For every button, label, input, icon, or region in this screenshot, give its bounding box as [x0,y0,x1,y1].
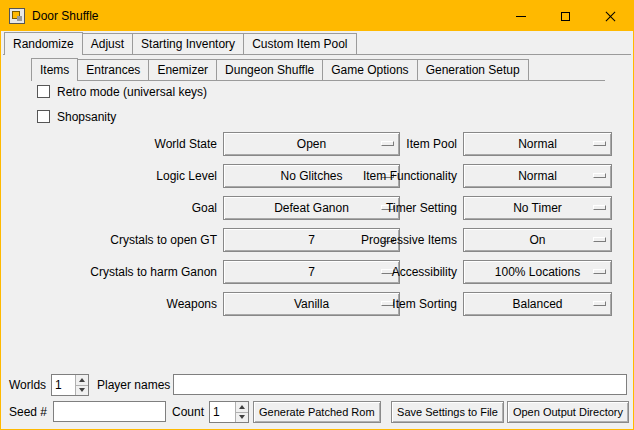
retro-mode-checkbox-row[interactable]: Retro mode (universal keys) [37,84,207,99]
item-functionality-label: Item Functionality [301,164,457,188]
progressive-items-value: On [529,233,545,247]
accessibility-value: 100% Locations [495,265,580,279]
logic-level-label: Logic Level [31,164,217,188]
tab-items[interactable]: Items [31,58,78,81]
item-pool-dropdown[interactable]: Normal [463,132,612,156]
worlds-spinbox[interactable]: 1 [51,374,89,396]
accessibility-label: Accessibility [301,260,457,284]
retro-mode-checkbox[interactable] [37,85,50,98]
chevron-down-icon [239,415,245,419]
timer-setting-label: Timer Setting [301,196,457,220]
worlds-spin-up[interactable] [76,375,88,385]
minimize-button[interactable] [498,1,543,31]
chevron-up-icon [239,405,245,409]
dropdown-indicator-icon [593,173,606,178]
count-label: Count [172,401,204,423]
count-spin-down[interactable] [236,412,248,423]
count-spinbox[interactable]: 1 [209,401,249,423]
item-pool-value: Normal [518,137,557,151]
player-names-input[interactable] [173,374,627,395]
dropdown-indicator-icon [593,301,606,306]
retro-mode-label: Retro mode (universal keys) [57,85,207,99]
caption-buttons [498,1,633,31]
chevron-up-icon [79,378,85,382]
tab-generation-setup[interactable]: Generation Setup [417,59,529,80]
accessibility-dropdown[interactable]: 100% Locations [463,260,612,284]
count-spin-arrows [235,402,248,422]
save-settings-button[interactable]: Save Settings to File [391,401,504,423]
dropdown-indicator-icon [593,269,606,274]
item-sorting-label: Item Sorting [301,292,457,316]
tab-enemizer[interactable]: Enemizer [148,59,217,80]
generate-patched-rom-button[interactable]: Generate Patched Rom [253,401,381,423]
shopsanity-checkbox-row[interactable]: Shopsanity [37,109,116,124]
maximize-button[interactable] [543,1,588,31]
shopsanity-label: Shopsanity [57,110,116,124]
progressive-items-dropdown[interactable]: On [463,228,612,252]
world-state-label: World State [31,132,217,156]
tab-randomize[interactable]: Randomize [4,32,83,55]
item-functionality-dropdown[interactable]: Normal [463,164,612,188]
dropdown-indicator-icon [593,237,606,242]
chevron-down-icon [79,388,85,392]
item-pool-label: Item Pool [301,132,457,156]
window: Door Shuffle Randomize Adjust Starting I… [0,0,634,430]
shopsanity-checkbox[interactable] [37,110,50,123]
crystals-open-gt-label: Crystals to open GT [31,228,217,252]
crystals-harm-ganon-label: Crystals to harm Ganon [31,260,217,284]
close-button[interactable] [588,1,633,31]
dropdown-indicator-icon [593,141,606,146]
minimize-icon [516,16,526,17]
worlds-spin-down[interactable] [76,385,88,396]
item-sorting-value: Balanced [512,297,562,311]
progressive-items-label: Progressive Items [301,228,457,252]
open-output-directory-button[interactable]: Open Output Directory [507,401,629,423]
item-functionality-value: Normal [518,169,557,183]
tab-dungeon-shuffle[interactable]: Dungeon Shuffle [216,59,323,80]
worlds-value: 1 [52,375,75,395]
seed-label: Seed # [9,401,47,423]
player-names-label: Player names [97,374,170,396]
window-title: Door Shuffle [32,9,99,23]
titlebar[interactable]: Door Shuffle [1,1,633,31]
timer-setting-value: No Timer [513,201,562,215]
inner-tab-bar: Items Entrances Enemizer Dungeon Shuffle… [31,58,528,81]
maximize-icon [561,12,570,21]
close-icon [605,11,616,22]
tab-adjust[interactable]: Adjust [82,33,133,54]
worlds-spin-arrows [75,375,88,395]
item-sorting-dropdown[interactable]: Balanced [463,292,612,316]
app-icon[interactable] [9,8,25,24]
tab-game-options[interactable]: Game Options [322,59,417,80]
count-value: 1 [210,402,235,422]
goal-label: Goal [31,196,217,220]
weapons-label: Weapons [31,292,217,316]
seed-input[interactable] [53,401,166,422]
tab-custom-item-pool[interactable]: Custom Item Pool [243,33,356,54]
dropdown-indicator-icon [593,205,606,210]
worlds-label: Worlds [9,374,46,396]
bottom-right-buttons: Save Settings to File Open Output Direct… [391,401,629,423]
outer-tab-bar: Randomize Adjust Starting Inventory Cust… [4,32,356,55]
tab-entrances[interactable]: Entrances [77,59,149,80]
timer-setting-dropdown[interactable]: No Timer [463,196,612,220]
tab-starting-inventory[interactable]: Starting Inventory [132,33,244,54]
count-spin-up[interactable] [236,402,248,412]
